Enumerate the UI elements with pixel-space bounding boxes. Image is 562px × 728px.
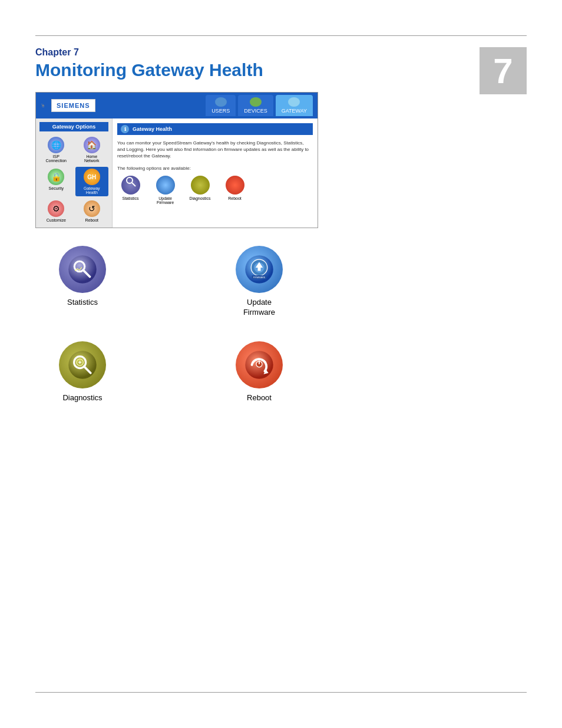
customize-label: Customize [47, 218, 66, 222]
reboot-large-label: Reboot [247, 393, 272, 403]
reboot-large-icon [236, 341, 283, 388]
sidebar: Gateway Options 🌐 ISPConnection 🏠 HomeNe… [36, 118, 113, 228]
svg-rect-9 [258, 267, 261, 271]
content-header: ℹ Gateway Health [117, 123, 313, 135]
sidebar-item-security[interactable]: 🔒 Security [39, 167, 73, 196]
statistics-large-label: Statistics [67, 298, 98, 308]
sidebar-item-reboot[interactable]: ↺ Reboot [75, 199, 109, 224]
large-icon-item-reboot[interactable]: Reboot [212, 341, 306, 403]
reboot-sidebar-icon: ↺ [84, 200, 100, 217]
gateway-health-icon: GH [84, 169, 100, 185]
option-statistics[interactable]: Statistics [117, 176, 144, 205]
update-firmware-large-icon: FIRMWARE [236, 246, 283, 293]
option-statistics-label: Statistics [122, 196, 138, 200]
home-icon: 🏠 [84, 137, 100, 153]
bottom-rule [35, 692, 527, 693]
content-options-label: The following options are available: [117, 166, 313, 171]
nav-tabs: USERS DEVICES GATEWAY [206, 95, 313, 116]
content-text: You can monitor your SpeedStream Gateway… [117, 140, 313, 160]
isp-label: ISPConnection [46, 154, 67, 163]
sidebar-grid: 🌐 ISPConnection 🏠 HomeNetwork 🔒 Security… [39, 135, 108, 224]
sidebar-item-customize[interactable]: ⚙ Customize [39, 199, 73, 224]
sidebar-item-home[interactable]: 🏠 HomeNetwork [75, 135, 109, 164]
option-update-label: UpdateFirmware [157, 196, 174, 205]
security-icon: 🔒 [48, 169, 64, 185]
content-header-title: Gateway Health [133, 126, 172, 132]
sidebar-title: Gateway Options [39, 122, 108, 131]
top-rule [35, 35, 527, 36]
svg-line-1 [132, 183, 135, 186]
large-icon-item-update-firmware[interactable]: FIRMWARE UpdateFirmware [212, 246, 306, 318]
ui-screenshot: 🖱 SIEMENS USERS DEVICES GATEWAY [35, 92, 318, 228]
chapter-number: 7 [480, 47, 527, 94]
statistics-large-icon [59, 246, 106, 293]
customize-icon: ⚙ [48, 200, 64, 217]
siemens-logo: SIEMENS [51, 99, 95, 112]
statistics-mini-icon [121, 176, 140, 195]
options-grid: Statistics UpdateFirmware Diagnostics Re… [117, 176, 313, 205]
diagnostics-mini-icon [191, 176, 210, 195]
large-icons-section: Statistics [35, 246, 389, 403]
reboot-mini-icon [226, 176, 244, 195]
nav-tab-devices[interactable]: DEVICES [238, 95, 273, 116]
chapter-title: Monitoring Gateway Health [35, 60, 468, 80]
gateway-health-label: GatewayHealth [84, 186, 100, 195]
svg-point-0 [127, 177, 133, 183]
security-label: Security [49, 186, 64, 190]
nav-tab-gateway[interactable]: GATEWAY [276, 95, 313, 116]
option-reboot-label: Reboot [228, 196, 242, 200]
ui-header: 🖱 SIEMENS USERS DEVICES GATEWAY [36, 93, 318, 118]
update-firmware-large-label: UpdateFirmware [243, 298, 275, 318]
isp-icon: 🌐 [48, 137, 64, 153]
reboot-sidebar-label: Reboot [85, 218, 98, 222]
option-diagnostics-label: Diagnostics [189, 196, 210, 200]
diagnostics-large-icon [59, 341, 106, 388]
ui-body: Gateway Options 🌐 ISPConnection 🏠 HomeNe… [36, 118, 318, 228]
sidebar-item-gateway-health[interactable]: GH GatewayHealth [75, 167, 109, 196]
content-body: You can monitor your SpeedStream Gateway… [117, 140, 313, 160]
diagnostics-large-label: Diagnostics [62, 393, 102, 403]
sidebar-item-isp[interactable]: 🌐 ISPConnection [39, 135, 73, 164]
option-update-firmware[interactable]: UpdateFirmware [152, 176, 178, 205]
large-icon-item-statistics[interactable]: Statistics [35, 246, 130, 318]
nav-tab-users[interactable]: USERS [206, 95, 236, 116]
large-icon-item-diagnostics[interactable]: Diagnostics [35, 341, 130, 403]
option-diagnostics[interactable]: Diagnostics [187, 176, 213, 205]
content-header-icon: ℹ [121, 125, 129, 133]
main-area: ℹ Gateway Health You can monitor your Sp… [113, 118, 318, 228]
option-reboot[interactable]: Reboot [222, 176, 248, 205]
svg-text:FIRMWARE: FIRMWARE [253, 276, 266, 279]
update-mini-icon [156, 176, 175, 195]
chapter-label: Chapter 7 [35, 47, 468, 58]
home-label: HomeNetwork [84, 154, 100, 163]
